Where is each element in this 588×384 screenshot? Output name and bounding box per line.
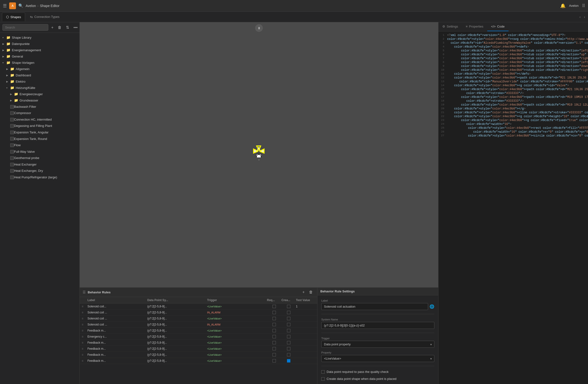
sidebar-item[interactable]: ▶📁Grundwasser (0, 97, 80, 104)
checkbox-req[interactable] (273, 329, 276, 332)
sidebar-item[interactable]: Full-Way Valve (0, 148, 80, 155)
bell-icon[interactable]: 🔔 (560, 3, 566, 8)
code-editor[interactable]: 1<?xml color:#9cdcfe">version="1.0" colo… (439, 31, 588, 384)
add-item-button[interactable]: + (50, 24, 55, 31)
topbar-search-icon[interactable]: 🔍 (18, 3, 23, 8)
drag-handle[interactable]: ≡ (82, 335, 87, 338)
sidebar-item[interactable]: Expansion Tank, Round (0, 136, 80, 142)
checkbox-crea[interactable] (287, 359, 290, 363)
table-row[interactable]: ≡Feedback m...(y?:2[2-5,8-9]...<LiveValu… (80, 328, 317, 334)
tab-settings[interactable]: ⚙ Settings (439, 22, 462, 31)
pause-button[interactable]: ⏸ (255, 24, 263, 32)
sidebar-item[interactable]: Heat Exchanger, Dry (0, 168, 80, 174)
sidebar-item[interactable]: ▶📁General (0, 53, 80, 60)
sidebar-item[interactable]: Flow (0, 142, 80, 148)
tab-properties[interactable]: ≡ Properties (462, 22, 487, 31)
drag-handle[interactable]: ≡ (82, 317, 87, 320)
checkbox-quality[interactable] (321, 370, 325, 374)
checkbox-create-shape[interactable] (321, 377, 325, 381)
canvas-viewport[interactable]: ⏸ + (80, 22, 438, 287)
sidebar-item[interactable]: ▶📁Allgemein (0, 66, 80, 72)
breadcrumb: Avelon › Shape Editor (26, 4, 60, 8)
system-name-input[interactable] (321, 322, 434, 329)
delete-item-button[interactable]: 🗑 (56, 24, 63, 31)
sidebar-item[interactable]: ▶📁Energieerzeuger (0, 91, 80, 97)
checkbox-crea[interactable] (287, 335, 290, 338)
property-select[interactable]: <LiveValue> (321, 355, 434, 362)
table-row[interactable]: ≡Solenoid coil...(y?:2[2-5,8-9]...<LiveV… (80, 303, 317, 310)
globe-button[interactable]: 🌐 (430, 304, 434, 309)
checkbox-crea[interactable] (287, 341, 290, 344)
add-rule-button[interactable]: + (301, 290, 306, 295)
tab-action-forward[interactable]: › (583, 14, 586, 20)
sidebar-item[interactable]: Backwash Filter (0, 104, 80, 110)
code-line: 13 color:#9cdcfe">id="ManualOverride" co… (439, 80, 588, 84)
table-row[interactable]: ≡Feedback m...(y?:2[2-5,8-9]...<LiveValu… (80, 352, 317, 358)
checkbox-crea[interactable] (287, 311, 290, 314)
drag-handle[interactable]: ≡ (82, 353, 87, 357)
line-content: color:#9cdcfe">style="color:#4ec9b0"><st… (447, 57, 588, 60)
tab-action-back[interactable]: ‹ (579, 14, 582, 20)
shape-icon (10, 137, 14, 141)
sidebar-item[interactable]: Heat Exchanger (0, 161, 80, 168)
label-input[interactable] (321, 303, 428, 310)
checkbox-req[interactable] (273, 347, 276, 350)
drag-handle[interactable]: ≡ (82, 341, 87, 344)
checkbox-crea[interactable] (287, 329, 290, 332)
tree-section-header[interactable]: ▾ 📁 Shape Library (0, 34, 80, 41)
tab-shapes[interactable]: ⬡ Shapes (2, 13, 25, 21)
sidebar-item[interactable]: ▶📁Energiemanagement (0, 47, 80, 53)
sidebar-item[interactable]: ▾📁Heizung/Kälte (0, 85, 80, 91)
checkbox-req[interactable] (273, 359, 276, 363)
checkbox-crea[interactable] (287, 317, 290, 320)
sidebar-item[interactable]: ▶📁Dashboard (0, 72, 80, 78)
drag-handle[interactable]: ≡ (82, 329, 87, 332)
table-row[interactable]: ≡Solenoid coil ...(y?:2[2-5,8-9]...IN_AL… (80, 310, 317, 316)
checkbox-crea[interactable] (287, 353, 290, 357)
drag-handle[interactable]: ≡ (82, 323, 87, 326)
search-input[interactable] (2, 24, 48, 31)
sidebar-item[interactable]: Connection HC, intermitted (0, 116, 80, 123)
sidebar-item[interactable]: Compressor (0, 110, 80, 116)
sidebar-item[interactable]: ▶📁Datenpunkte (0, 41, 80, 47)
drag-handle[interactable]: ≡ (82, 359, 87, 363)
col-dp: Data Point Sy... (147, 299, 207, 302)
sidebar-item[interactable]: Degassing and Filling Plant (0, 123, 80, 129)
checkbox-crea[interactable] (287, 305, 290, 308)
drag-handle[interactable]: ≡ (82, 347, 87, 350)
checkbox-req[interactable] (273, 311, 276, 314)
sidebar-item[interactable]: ▾📁Shape-Vorlagen (0, 60, 80, 66)
sidebar-item[interactable]: Geothermal probe (0, 155, 80, 161)
table-row[interactable]: ≡Solenoid coil ...(y?:2[2-5,8-9]...<Live… (80, 316, 317, 322)
trigger-select-wrapper: Data point property (321, 341, 434, 348)
trigger-select[interactable]: Data point property (321, 341, 434, 348)
checkbox-crea[interactable] (287, 347, 290, 350)
settings-icon: ⚙ (442, 25, 445, 28)
delete-rule-button[interactable]: 🗑 (308, 290, 314, 295)
checkbox-req[interactable] (273, 305, 276, 308)
table-row[interactable]: ≡Feedback m...(y?:2[2-5,8-9]...<LiveValu… (80, 340, 317, 346)
table-row[interactable]: ≡Emergency c...(y?:2[2-5,8-9]...<LiveVal… (80, 334, 317, 340)
checkbox-req[interactable] (273, 353, 276, 357)
table-row[interactable]: ≡Feedback m...(y?:2[2-5,8-9]...<LiveValu… (80, 346, 317, 352)
sidebar-item[interactable]: ▶📁Elektro (0, 78, 80, 85)
drag-handle[interactable]: ≡ (82, 305, 87, 308)
sort-button[interactable]: ⇅ (64, 24, 71, 31)
row-label: Feedback m... (87, 359, 147, 363)
checkbox-row-1: Data point required to pass the quality … (321, 370, 434, 374)
grid-icon[interactable]: ⠿ (582, 3, 585, 8)
table-row[interactable]: ≡Solenoid coil ...(y?:2[2-5,8-9]...IN_AL… (80, 322, 317, 328)
sidebar-item[interactable]: Heat Pump/Refrigerator (large) (0, 174, 80, 181)
more-button[interactable]: ••• (72, 24, 79, 31)
tab-connection-types[interactable]: ⇆ Connection Types (26, 13, 63, 21)
table-row[interactable]: ≡Feedback m...(y?:2[2-5,8-9]...<LiveValu… (80, 358, 317, 364)
sidebar-item[interactable]: Expansion Tank, Angular (0, 129, 80, 136)
checkbox-req[interactable] (273, 335, 276, 338)
checkbox-crea[interactable] (287, 323, 290, 326)
checkbox-req[interactable] (273, 317, 276, 320)
checkbox-req[interactable] (273, 323, 276, 326)
checkbox-req[interactable] (273, 341, 276, 344)
menu-icon[interactable]: ☰ (3, 3, 7, 8)
drag-handle[interactable]: ≡ (82, 311, 87, 314)
tab-code[interactable]: </> Code (487, 22, 508, 31)
